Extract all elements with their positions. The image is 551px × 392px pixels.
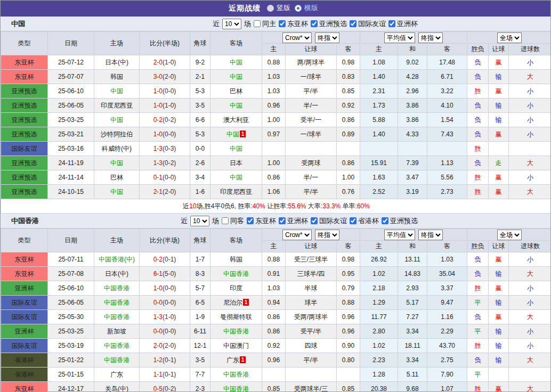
team-label: 中国	[230, 102, 242, 109]
league-label: 国际友谊	[358, 19, 386, 29]
avg-home: 2.23	[360, 353, 398, 368]
team-label: 中国	[230, 73, 242, 80]
avg-away: 1.03	[427, 252, 467, 267]
summary-row: 近10场,胜4平0负6, 胜率:40% 让胜率:55.6% 大率:33.3% 单…	[1, 199, 551, 214]
layout-radio-selected[interactable]: 横版	[295, 3, 318, 13]
match-score: 1-0(0-0)	[140, 84, 190, 99]
avg-draw: 3.86	[398, 99, 427, 113]
col-header: 客场	[210, 32, 262, 55]
odds-away: 0.90	[337, 339, 360, 353]
halftime-score: (0-2)	[163, 385, 176, 392]
avg-home: 5.88	[360, 113, 398, 127]
league-label: 亚洲预选	[319, 19, 347, 29]
avg-away: 4.10	[427, 99, 467, 113]
dropdown-avg-stage[interactable]: 终指	[418, 230, 443, 240]
home-team: 新加坡	[94, 324, 140, 339]
league-checkbox-东亚杯[interactable]	[279, 20, 286, 27]
dropdown-odds-stage[interactable]: 终指	[315, 230, 339, 240]
league-checkbox-国际友谊[interactable]	[350, 20, 356, 27]
handicap-line: 受平/半	[286, 324, 337, 339]
match-score: 2-0(1-0)	[140, 55, 190, 70]
away-team: 中国	[210, 142, 262, 156]
dropdown-average[interactable]: 平均值	[384, 32, 415, 43]
odds-home: 0.86	[262, 324, 286, 339]
type-badge: 东亚杯	[1, 252, 48, 267]
away-team: 尼泊尔1	[210, 296, 262, 310]
odds-home: 0.96	[262, 99, 286, 113]
home-team: 关岛(中)	[94, 382, 140, 392]
dropdown-bookmaker[interactable]: Crow*	[282, 230, 312, 240]
col-header: 类型	[1, 229, 48, 252]
corner-score: 8-3	[190, 267, 210, 281]
col-header: 客场	[210, 229, 262, 252]
corner-score: 6-5	[190, 296, 210, 310]
away-team: 中国	[210, 55, 262, 70]
corner-score: 7-7	[190, 368, 210, 382]
odds-away: 1.00	[337, 170, 360, 185]
radio-icon	[267, 5, 274, 12]
league-checkbox-东亚杯[interactable]	[247, 217, 254, 224]
league-checkbox-省港杯[interactable]	[350, 217, 356, 224]
dropdown-avg-stage[interactable]: 终指	[418, 32, 443, 43]
league-checkbox-国际友谊[interactable]	[311, 217, 318, 224]
match-row: 省港杯25-01-15广东1-1(0-1)7-7中国香港1.285.117.90…	[1, 368, 551, 382]
sub-col-header: 让球	[489, 44, 509, 55]
recent-count-select[interactable]: 10	[222, 19, 241, 29]
league-checkbox-亚洲杯[interactable]	[388, 20, 395, 27]
league-checkbox-亚洲杯[interactable]	[279, 217, 286, 224]
avg-draw: 3.19	[398, 185, 427, 199]
avg-draw: 7.39	[398, 156, 427, 170]
handicap-line: 受两/两球半	[286, 310, 337, 324]
type-badge: 亚洲预选	[1, 170, 48, 185]
header-group: 平均值终指	[360, 32, 467, 44]
type-badge: 国际友谊	[1, 310, 48, 324]
recent-count-select[interactable]: 10	[190, 216, 209, 226]
same-venue-checkbox[interactable]	[222, 217, 229, 224]
team-label: 尼泊尔	[223, 299, 242, 306]
result-wdl: 负	[467, 70, 489, 84]
type-badge: 省港杯	[1, 368, 48, 382]
dropdown-scope[interactable]: 全场	[497, 32, 522, 43]
banner: 近期战绩 竖版横版	[1, 1, 550, 17]
match-date: 24-11-19	[48, 156, 94, 170]
avg-draw: 5.17	[398, 296, 427, 310]
dropdown-odds-stage[interactable]: 终指	[315, 32, 339, 43]
page-title: 近期战绩	[229, 4, 261, 13]
near-label: 近	[213, 19, 220, 29]
fulltime-score: 0-2	[153, 256, 163, 263]
result-goals: 大	[509, 310, 551, 324]
league-checkbox-亚洲预选[interactable]	[311, 20, 318, 27]
match-row: 亚洲预选25-03-21沙特阿拉伯1-0(0-0)5-3中国10.97一/球半0…	[1, 127, 551, 142]
result-wdl: 平	[467, 368, 489, 382]
team-label: 沙特阿拉伯	[101, 130, 133, 138]
dropdown-bookmaker[interactable]: Crow*	[282, 32, 312, 43]
league-checkbox-亚洲预选[interactable]	[382, 217, 388, 224]
avg-draw: 2.96	[398, 84, 427, 99]
odds-home: 0.96	[262, 353, 286, 368]
avg-draw: 9.02	[398, 55, 427, 70]
result-goals: 小	[509, 99, 551, 113]
match-score: 1-3(1-0)	[140, 310, 190, 324]
avg-draw: 13.11	[398, 252, 427, 267]
layout-radio-unselected[interactable]: 竖版	[267, 3, 290, 13]
handicap-line: 受三/三球半	[286, 252, 337, 267]
odds-away: 0.96	[337, 324, 360, 339]
match-date: 24-11-14	[48, 170, 94, 185]
fulltime-score: 1-3	[153, 159, 163, 167]
odds-home: 0.88	[262, 55, 286, 70]
handicap-line: 受半/一	[286, 113, 337, 127]
away-team: 韩国	[210, 252, 262, 267]
summary-stat-label: 让胜率:	[265, 202, 288, 210]
sub-col-header: 进球数	[509, 241, 551, 252]
dropdown-scope[interactable]: 全场	[497, 230, 522, 240]
dropdown-average[interactable]: 平均值	[384, 230, 415, 240]
corner-score: 9-2	[190, 55, 210, 70]
team-label: 日本	[230, 159, 242, 167]
team-label: 印度尼西亚	[101, 102, 133, 109]
type-badge: 亚洲预选	[1, 113, 48, 127]
handicap-line: 一/球半	[286, 70, 337, 84]
result-handicap: 输	[489, 324, 509, 339]
corner-score: 2-1	[190, 70, 210, 84]
match-date: 25-03-25	[48, 113, 94, 127]
same-venue-checkbox[interactable]	[254, 20, 261, 27]
